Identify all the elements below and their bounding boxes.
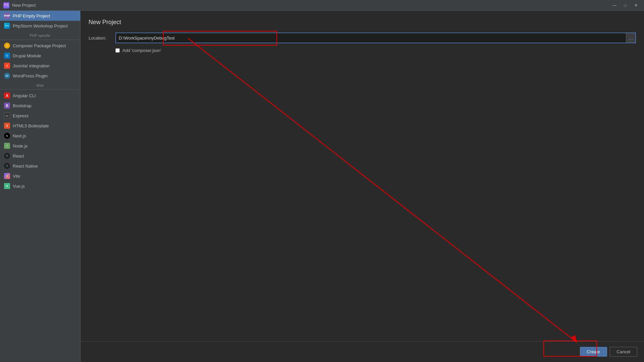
wordpress-icon: W	[4, 73, 10, 79]
sidebar-item-joomla-integration[interactable]: J! Joomla! integration	[0, 61, 80, 71]
angular-icon: A	[4, 93, 10, 99]
maximize-button[interactable]: □	[621, 1, 630, 9]
nextjs-icon: N	[4, 133, 10, 139]
minimize-button[interactable]: —	[610, 1, 619, 9]
sidebar-label-vite: Vite	[13, 174, 20, 179]
sidebar-item-react-native[interactable]: ⚛ React Native	[0, 161, 80, 171]
html5-icon: 5	[4, 123, 10, 129]
express-icon: ex	[4, 113, 10, 119]
location-label: Location:	[89, 36, 112, 41]
bottom-bar: Create Cancel	[80, 341, 644, 362]
sidebar-item-html5-boilerplate[interactable]: 5 HTML5 Boilerplate	[0, 121, 80, 131]
title-bar-controls: — □ ✕	[610, 1, 641, 9]
sidebar-item-angular-cli[interactable]: A Angular CLI	[0, 90, 80, 101]
joomla-icon: J!	[4, 63, 10, 69]
sidebar-label-nextjs: Next.js	[13, 133, 26, 138]
php-icon: PHP	[4, 13, 10, 19]
sidebar-section-php-specific: PHP specific	[0, 31, 80, 39]
sidebar-item-composer-package[interactable]: C Composer Package Project	[0, 41, 80, 51]
sidebar-item-php-empty[interactable]: PHP PHP Empty Project	[0, 11, 80, 21]
content-area: New Project Location: … Add 'composer.js…	[80, 11, 644, 362]
sidebar-item-nodejs[interactable]: ⬡ Node.js	[0, 141, 80, 151]
title-bar-left: PS New Project	[3, 2, 36, 8]
react-icon: ⚛	[4, 153, 10, 159]
composer-icon: C	[4, 43, 10, 49]
sidebar: PHP PHP Empty Project PS PhpStorm Worksh…	[0, 11, 80, 362]
arrow-overlay	[80, 11, 644, 362]
sidebar-item-vite[interactable]: ⚡ Vite	[0, 171, 80, 181]
sidebar-item-phpstorm-workshop[interactable]: PS PhpStorm Workshop Project	[0, 21, 80, 31]
sidebar-label-html5-boilerplate: HTML5 Boilerplate	[13, 123, 49, 128]
close-button[interactable]: ✕	[631, 1, 641, 9]
vue-icon: V	[4, 183, 10, 189]
phpstorm-icon: PS	[4, 23, 10, 29]
svg-line-0	[188, 38, 577, 343]
add-composer-checkbox[interactable]	[115, 48, 120, 53]
sidebar-label-composer-package: Composer Package Project	[13, 43, 66, 48]
sidebar-label-angular-cli: Angular CLI	[13, 93, 36, 98]
sidebar-divider-php	[0, 40, 80, 40]
page-title: New Project	[89, 19, 636, 26]
bootstrap-icon: B	[4, 103, 10, 109]
sidebar-section-web: Web	[0, 81, 80, 89]
drupal-icon: D	[4, 53, 10, 59]
sidebar-item-react[interactable]: ⚛ React	[0, 151, 80, 161]
sidebar-label-bootstrap: Bootstrap	[13, 103, 32, 108]
sidebar-item-nextjs[interactable]: N Next.js	[0, 131, 80, 141]
vite-icon: ⚡	[4, 173, 10, 179]
create-button[interactable]: Create	[580, 347, 607, 357]
add-composer-label[interactable]: Add 'composer.json'	[122, 48, 161, 53]
cancel-button[interactable]: Cancel	[610, 347, 637, 357]
sidebar-label-express: Express	[13, 113, 29, 118]
sidebar-label-joomla-integration: Joomla! integration	[13, 63, 50, 68]
sidebar-label-nodejs: Node.js	[13, 143, 28, 148]
sidebar-item-drupal-module[interactable]: D Drupal Module	[0, 51, 80, 61]
sidebar-item-wordpress-plugin[interactable]: W WordPress Plugin	[0, 71, 80, 81]
sidebar-label-phpstorm-workshop: PhpStorm Workshop Project	[13, 23, 68, 28]
browse-button[interactable]: …	[626, 33, 635, 43]
sidebar-item-bootstrap[interactable]: B Bootstrap	[0, 101, 80, 111]
title-bar: PS New Project — □ ✕	[0, 0, 644, 11]
sidebar-label-react: React	[13, 154, 24, 159]
sidebar-item-vuejs[interactable]: V Vue.js	[0, 181, 80, 191]
sidebar-label-php-empty: PHP Empty Project	[13, 13, 50, 18]
react-native-icon: ⚛	[4, 163, 10, 169]
sidebar-label-drupal-module: Drupal Module	[13, 53, 41, 58]
sidebar-label-react-native: React Native	[13, 164, 38, 169]
location-row: Location: …	[89, 33, 636, 43]
sidebar-label-wordpress-plugin: WordPress Plugin	[13, 73, 48, 78]
add-composer-row: Add 'composer.json'	[89, 48, 636, 53]
sidebar-item-express[interactable]: ex Express	[0, 111, 80, 121]
sidebar-label-vuejs: Vue.js	[13, 184, 25, 189]
window-title: New Project	[12, 3, 36, 8]
main-layout: PHP PHP Empty Project PS PhpStorm Worksh…	[0, 11, 644, 362]
sidebar-divider-web	[0, 89, 80, 90]
nodejs-icon: ⬡	[4, 143, 10, 149]
location-input[interactable]	[116, 34, 626, 42]
location-input-wrapper: …	[115, 33, 636, 43]
app-icon: PS	[3, 2, 9, 8]
